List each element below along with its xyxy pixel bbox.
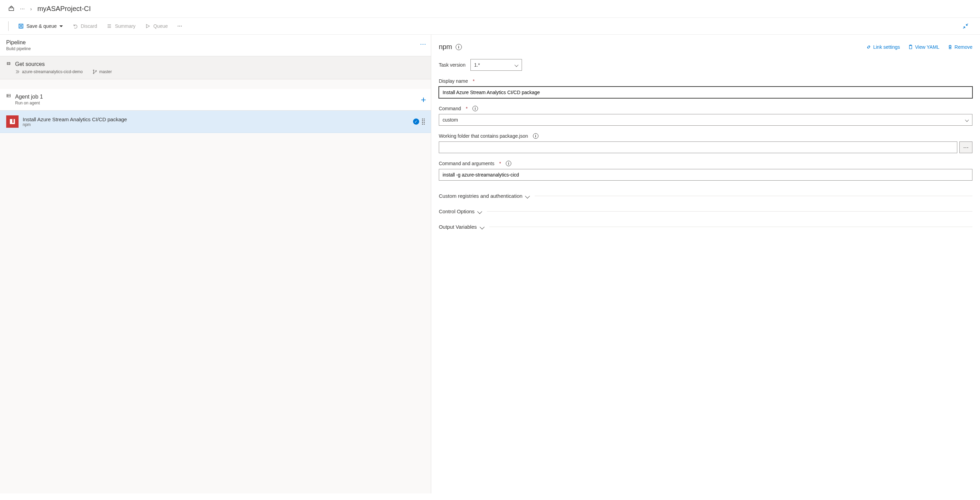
- pipeline-tree: Pipeline Build pipeline ⋯ Get sources az…: [0, 35, 431, 494]
- info-icon[interactable]: i: [456, 44, 462, 50]
- command-label: Command* i: [439, 106, 972, 111]
- svg-rect-0: [9, 8, 14, 11]
- repo-name: azure-streamanalytics-cicd-demo: [15, 69, 83, 74]
- toolbar: Save & queue Discard Summary Queue ⋯: [0, 18, 980, 35]
- chevron-down-icon: [514, 63, 518, 67]
- pipeline-more-button[interactable]: ⋯: [420, 40, 426, 48]
- main-split: Pipeline Build pipeline ⋯ Get sources az…: [0, 35, 980, 494]
- working-folder-input[interactable]: [439, 141, 957, 153]
- cmd-args-label: Command and arguments* i: [439, 161, 972, 166]
- agent-icon: [6, 94, 11, 100]
- svg-rect-12: [13, 119, 14, 123]
- pipeline-title: Pipeline: [6, 40, 425, 46]
- svg-point-3: [93, 70, 94, 71]
- breadcrumb-title: myASAProject-CI: [37, 5, 91, 13]
- queue-label: Queue: [153, 23, 168, 29]
- svg-rect-13: [910, 45, 912, 49]
- section-output-variables[interactable]: Output Variables: [439, 219, 972, 235]
- repo-icon: [15, 69, 20, 74]
- branch-icon: [92, 69, 97, 74]
- chevron-down-icon: [479, 224, 484, 229]
- agent-job-subtitle: Run on agent: [15, 101, 43, 105]
- task-title: Install Azure Stream Analytics CI/CD pac…: [23, 116, 127, 122]
- info-icon[interactable]: i: [506, 161, 511, 166]
- display-name-label: Display name*: [439, 78, 972, 84]
- svg-point-9: [8, 96, 8, 97]
- pipeline-subtitle: Build pipeline: [6, 46, 425, 51]
- svg-point-4: [93, 73, 94, 74]
- info-icon[interactable]: i: [473, 106, 478, 111]
- discard-label: Discard: [81, 23, 97, 29]
- command-select[interactable]: custom: [439, 114, 972, 126]
- section-control-options[interactable]: Control Options: [439, 204, 972, 219]
- info-icon[interactable]: i: [533, 133, 538, 139]
- save-icon: [18, 23, 24, 29]
- summary-button[interactable]: Summary: [103, 21, 139, 31]
- npm-icon: [6, 115, 19, 128]
- toolbar-divider: [8, 21, 9, 31]
- svg-rect-6: [7, 94, 11, 96]
- discard-button[interactable]: Discard: [69, 21, 100, 31]
- chevron-down-icon: [525, 193, 530, 198]
- working-folder-label: Working folder that contains package.jso…: [439, 133, 972, 139]
- pipeline-root-icon[interactable]: [8, 5, 14, 13]
- svg-point-5: [95, 70, 97, 71]
- summary-label: Summary: [115, 23, 135, 29]
- undo-icon: [73, 23, 78, 29]
- queue-button[interactable]: Queue: [142, 21, 171, 31]
- save-queue-label: Save & queue: [27, 23, 57, 29]
- clipboard-icon: [908, 44, 913, 49]
- detail-title: npm i: [439, 43, 462, 51]
- drag-handle[interactable]: [422, 119, 425, 125]
- sources-title: Get sources: [15, 61, 112, 67]
- link-icon: [866, 44, 871, 49]
- get-sources-block[interactable]: Get sources azure-streamanalytics-cicd-d…: [0, 56, 431, 79]
- chevron-down-icon: [477, 209, 482, 214]
- breadcrumb-ellipsis[interactable]: ⋯: [20, 6, 25, 12]
- collapse-icon: [963, 23, 968, 29]
- play-icon: [145, 23, 151, 29]
- chevron-down-icon: [965, 118, 969, 122]
- browse-folder-button[interactable]: ⋯: [959, 141, 972, 153]
- display-name-input[interactable]: [439, 87, 972, 98]
- breadcrumb: ⋯ › myASAProject-CI: [0, 0, 980, 18]
- svg-rect-2: [20, 27, 22, 28]
- trash-icon: [948, 44, 953, 49]
- summary-icon: [107, 23, 112, 29]
- collapse-fullscreen-button[interactable]: [959, 21, 972, 31]
- task-version-label: Task version: [439, 62, 466, 68]
- save-queue-button[interactable]: Save & queue: [15, 21, 66, 31]
- task-valid-icon: ✓: [413, 119, 419, 125]
- add-task-button[interactable]: +: [421, 94, 426, 105]
- branch-name: master: [92, 69, 112, 74]
- task-row-npm[interactable]: Install Azure Stream Analytics CI/CD pac…: [0, 111, 431, 133]
- task-detail-panel: npm i Link settings View YAML Remove: [431, 35, 980, 494]
- task-subtitle: npm: [23, 122, 127, 127]
- agent-job-title: Agent job 1: [15, 94, 43, 100]
- svg-point-8: [8, 95, 8, 95]
- sources-icon: [6, 61, 11, 67]
- agent-job-block[interactable]: Agent job 1 Run on agent +: [0, 89, 431, 111]
- remove-button[interactable]: Remove: [948, 44, 972, 50]
- svg-rect-1: [19, 24, 23, 28]
- task-version-select[interactable]: 1.*: [471, 59, 522, 71]
- chevron-down-icon: [59, 25, 63, 29]
- svg-rect-7: [7, 96, 11, 97]
- pipeline-block[interactable]: Pipeline Build pipeline ⋯: [0, 35, 431, 56]
- toolbar-more-button[interactable]: ⋯: [174, 21, 186, 31]
- breadcrumb-separator: ›: [30, 6, 32, 12]
- view-yaml-button[interactable]: View YAML: [908, 44, 939, 50]
- section-registries[interactable]: Custom registries and authentication: [439, 188, 972, 204]
- link-settings-button[interactable]: Link settings: [866, 44, 900, 50]
- cmd-args-input[interactable]: [439, 169, 972, 181]
